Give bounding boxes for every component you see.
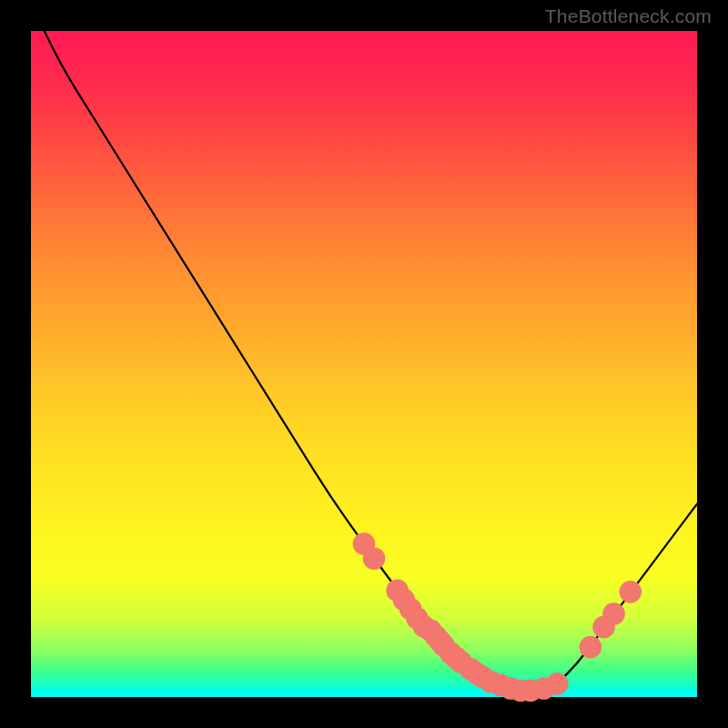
scatter-point bbox=[620, 581, 642, 603]
curve-line bbox=[45, 31, 697, 691]
scatter-point bbox=[580, 636, 602, 659]
scatter-point bbox=[546, 672, 569, 695]
chart-svg bbox=[31, 31, 697, 697]
scatter-point bbox=[363, 547, 386, 570]
scatter-markers bbox=[353, 532, 642, 702]
scatter-point bbox=[602, 602, 625, 625]
watermark-text: TheBottleneck.com bbox=[545, 5, 712, 27]
